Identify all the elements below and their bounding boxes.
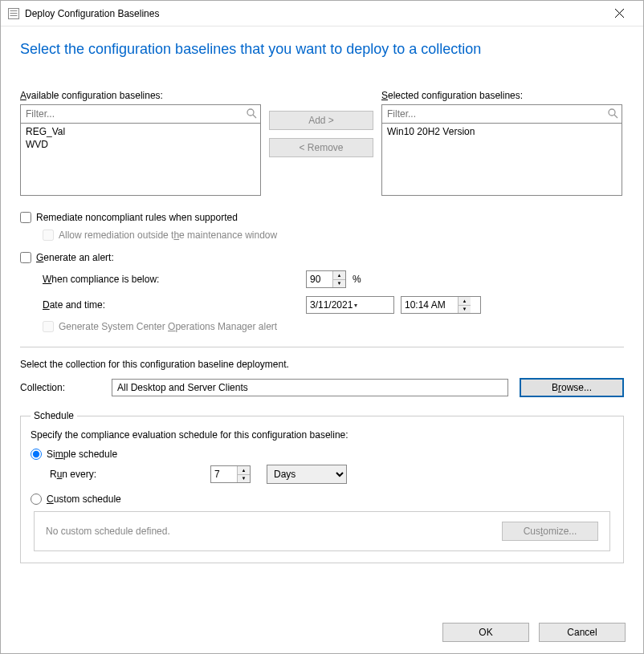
available-filter[interactable] — [20, 104, 261, 124]
spin-down-icon[interactable]: ▼ — [459, 306, 471, 314]
date-time-label: Date and time: — [43, 299, 300, 311]
time-value[interactable] — [401, 297, 458, 313]
no-custom-msg: No custom schedule defined. — [46, 526, 502, 537]
svg-rect-1 — [10, 10, 18, 11]
selected-column: Selected configuration baselines: Win10 … — [381, 90, 622, 196]
list-item[interactable]: Win10 20H2 Version — [387, 125, 617, 138]
dialog-footer: OK Cancel — [1, 616, 643, 653]
add-button[interactable]: Add > — [269, 111, 373, 130]
date-time-row: Date and time: 3/11/2021 ▾ ▲ ▼ — [43, 296, 624, 314]
spin-up-icon[interactable]: ▲ — [459, 297, 471, 306]
spin-down-icon[interactable]: ▼ — [333, 280, 345, 288]
collection-row: Collection: Browse... — [20, 378, 624, 397]
run-every-spin[interactable]: ▲ ▼ — [210, 465, 251, 483]
selected-label: Selected configuration baselines: — [381, 90, 622, 101]
titlebar: Deploy Configuration Baselines — [1, 1, 643, 26]
search-icon — [607, 108, 618, 121]
schedule-group: Schedule Specify the compliance evaluati… — [20, 410, 624, 563]
when-below-label: When compliance is below: — [43, 274, 300, 285]
svg-rect-3 — [10, 15, 18, 16]
search-icon — [246, 108, 257, 121]
list-item[interactable]: WVD — [26, 138, 255, 151]
selected-filter-input[interactable] — [385, 108, 607, 120]
chevron-down-icon[interactable]: ▾ — [353, 302, 390, 309]
remediate-label: Remediate noncompliant rules when suppor… — [36, 212, 238, 223]
run-every-value[interactable] — [211, 466, 237, 482]
close-button[interactable] — [603, 2, 635, 26]
browse-button[interactable]: Browse... — [520, 378, 624, 397]
spin-up-icon[interactable]: ▲ — [333, 271, 345, 280]
collection-field[interactable] — [112, 379, 508, 396]
generate-alert-row: Generate an alert: — [20, 252, 624, 263]
divider — [20, 347, 624, 347]
ok-button[interactable]: OK — [442, 623, 529, 642]
generate-alert-checkbox[interactable] — [20, 252, 31, 263]
baseline-picker: Available configuration baselines: REG_V… — [20, 90, 624, 196]
list-item[interactable]: REG_Val — [26, 125, 255, 138]
generate-alert-label: Generate an alert: — [36, 252, 114, 263]
svg-point-6 — [247, 109, 254, 116]
compliance-value[interactable] — [307, 271, 332, 287]
allow-remediation-checkbox — [43, 230, 54, 241]
dialog-window: Deploy Configuration Baselines Select th… — [0, 0, 644, 654]
simple-schedule-row: Simple schedule — [31, 449, 613, 460]
cancel-button[interactable]: Cancel — [539, 623, 626, 642]
simple-schedule-label: Simple schedule — [47, 449, 117, 460]
page-heading: Select the configuration baselines that … — [20, 41, 624, 58]
svg-line-7 — [253, 115, 256, 118]
collection-label: Collection: — [20, 382, 100, 393]
custom-schedule-row: Custom schedule — [31, 494, 613, 505]
run-every-row: Run every: ▲ ▼ Days — [50, 465, 613, 484]
remediate-checkbox[interactable] — [20, 212, 31, 223]
compliance-threshold-row: When compliance is below: ▲ ▼ % — [43, 270, 624, 288]
date-picker[interactable]: 3/11/2021 ▾ — [306, 296, 394, 314]
custom-schedule-label: Custom schedule — [47, 494, 121, 505]
available-column: Available configuration baselines: REG_V… — [20, 90, 261, 196]
spin-down-icon[interactable]: ▼ — [238, 475, 250, 483]
custom-schedule-radio[interactable] — [31, 494, 42, 505]
time-picker[interactable]: ▲ ▼ — [401, 296, 481, 314]
remediate-row: Remediate noncompliant rules when suppor… — [20, 212, 624, 223]
custom-schedule-box: No custom schedule defined. Customize... — [34, 511, 610, 551]
available-list[interactable]: REG_Val WVD — [20, 124, 261, 196]
spin-up-icon[interactable]: ▲ — [238, 466, 250, 475]
compliance-spin[interactable]: ▲ ▼ — [306, 270, 346, 288]
scom-checkbox — [43, 321, 54, 332]
allow-remediation-label: Allow remediation outside the maintenanc… — [59, 230, 277, 241]
app-icon — [7, 7, 20, 20]
window-title: Deploy Configuration Baselines — [25, 8, 603, 19]
remove-button[interactable]: < Remove — [269, 138, 373, 157]
available-filter-input[interactable] — [24, 108, 246, 120]
selected-list[interactable]: Win10 20H2 Version — [381, 124, 622, 196]
content-area: Select the configuration baselines that … — [1, 26, 643, 616]
transfer-buttons: Add > < Remove — [261, 90, 381, 196]
allow-remediation-row: Allow remediation outside the maintenanc… — [43, 230, 624, 241]
run-every-label: Run every: — [50, 469, 194, 480]
schedule-desc: Specify the compliance evaluation schedu… — [31, 429, 613, 441]
svg-line-9 — [614, 115, 618, 118]
scom-row: Generate System Center Operations Manage… — [43, 321, 624, 332]
customize-button: Customize... — [502, 522, 598, 541]
svg-point-8 — [609, 109, 615, 116]
collection-prompt: Select the collection for this configura… — [20, 359, 624, 370]
run-every-unit[interactable]: Days — [267, 465, 347, 484]
available-label: Available configuration baselines: — [20, 90, 261, 101]
schedule-legend: Schedule — [31, 410, 77, 421]
percent-label: % — [353, 274, 361, 285]
date-value: 3/11/2021 — [310, 299, 353, 311]
selected-filter[interactable] — [381, 104, 622, 124]
svg-rect-2 — [10, 13, 18, 14]
simple-schedule-radio[interactable] — [31, 449, 42, 460]
scom-label: Generate System Center Operations Manage… — [59, 321, 277, 332]
